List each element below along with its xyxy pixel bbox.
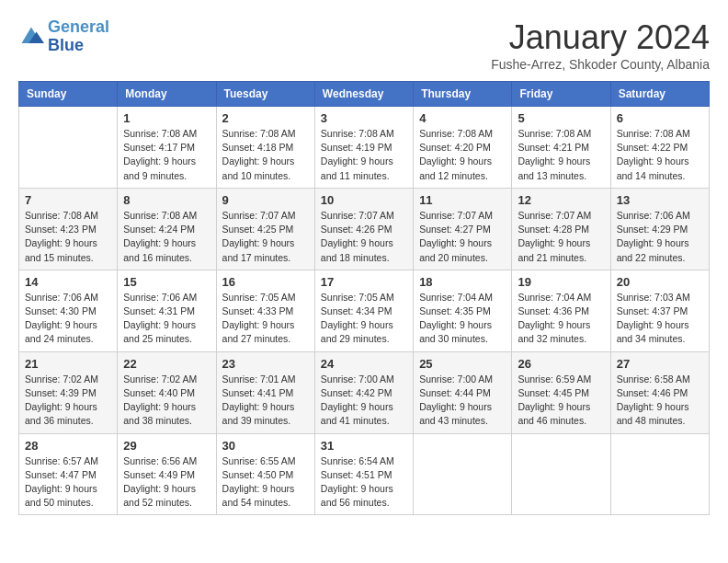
day-number: 12 <box>518 193 604 207</box>
weekday-header-saturday: Saturday <box>610 82 709 107</box>
calendar-cell: 21Sunrise: 7:02 AMSunset: 4:39 PMDayligh… <box>19 351 118 433</box>
day-info: Sunrise: 7:02 AMSunset: 4:39 PMDaylight:… <box>25 373 111 429</box>
calendar-cell <box>19 107 118 189</box>
day-info: Sunrise: 7:02 AMSunset: 4:40 PMDaylight:… <box>123 373 210 429</box>
week-row-2: 7Sunrise: 7:08 AMSunset: 4:23 PMDaylight… <box>19 188 710 270</box>
month-title: January 2024 <box>491 18 710 57</box>
calendar-cell: 25Sunrise: 7:00 AMSunset: 4:44 PMDayligh… <box>414 351 512 433</box>
day-number: 22 <box>123 357 210 371</box>
day-number: 25 <box>419 357 506 371</box>
weekday-header-sunday: Sunday <box>19 82 118 107</box>
weekday-header-wednesday: Wednesday <box>314 82 413 107</box>
day-number: 5 <box>518 111 604 125</box>
day-number: 11 <box>419 193 506 207</box>
day-number: 19 <box>518 275 604 289</box>
calendar-cell: 15Sunrise: 7:06 AMSunset: 4:31 PMDayligh… <box>118 270 216 351</box>
calendar-cell: 5Sunrise: 7:08 AMSunset: 4:21 PMDaylight… <box>512 107 610 189</box>
calendar-cell: 12Sunrise: 7:07 AMSunset: 4:28 PMDayligh… <box>512 188 610 270</box>
day-info: Sunrise: 7:08 AMSunset: 4:20 PMDaylight:… <box>419 127 506 183</box>
calendar-cell: 31Sunrise: 6:54 AMSunset: 4:51 PMDayligh… <box>314 433 413 515</box>
week-row-3: 14Sunrise: 7:06 AMSunset: 4:30 PMDayligh… <box>19 270 710 351</box>
day-info: Sunrise: 7:06 AMSunset: 4:29 PMDaylight:… <box>617 209 703 265</box>
calendar-cell: 23Sunrise: 7:01 AMSunset: 4:41 PMDayligh… <box>216 351 314 433</box>
calendar-cell: 13Sunrise: 7:06 AMSunset: 4:29 PMDayligh… <box>610 188 709 270</box>
day-number: 6 <box>617 111 703 125</box>
calendar-cell <box>610 433 709 515</box>
day-number: 2 <box>222 111 309 125</box>
day-number: 21 <box>25 357 111 371</box>
calendar-cell: 9Sunrise: 7:07 AMSunset: 4:25 PMDaylight… <box>216 188 314 270</box>
day-number: 13 <box>617 193 703 207</box>
day-number: 14 <box>25 275 111 289</box>
calendar-cell: 30Sunrise: 6:55 AMSunset: 4:50 PMDayligh… <box>216 433 314 515</box>
day-number: 18 <box>419 275 506 289</box>
day-info: Sunrise: 7:07 AMSunset: 4:26 PMDaylight:… <box>321 209 407 265</box>
day-info: Sunrise: 7:00 AMSunset: 4:42 PMDaylight:… <box>321 373 407 429</box>
day-number: 3 <box>321 111 407 125</box>
weekday-header-tuesday: Tuesday <box>216 82 314 107</box>
day-info: Sunrise: 7:07 AMSunset: 4:25 PMDaylight:… <box>222 209 309 265</box>
weekday-header-friday: Friday <box>512 82 610 107</box>
day-info: Sunrise: 6:54 AMSunset: 4:51 PMDaylight:… <box>321 454 407 511</box>
day-number: 15 <box>123 275 210 289</box>
day-info: Sunrise: 6:55 AMSunset: 4:50 PMDaylight:… <box>222 454 309 511</box>
logo-icon <box>18 24 44 50</box>
calendar-cell: 26Sunrise: 6:59 AMSunset: 4:45 PMDayligh… <box>512 351 610 433</box>
day-number: 30 <box>222 439 309 453</box>
calendar-cell: 29Sunrise: 6:56 AMSunset: 4:49 PMDayligh… <box>118 433 216 515</box>
day-info: Sunrise: 6:57 AMSunset: 4:47 PMDaylight:… <box>25 454 111 511</box>
calendar-cell: 1Sunrise: 7:08 AMSunset: 4:17 PMDaylight… <box>118 107 216 189</box>
weekday-header-thursday: Thursday <box>414 82 512 107</box>
day-number: 24 <box>321 357 407 371</box>
calendar-cell: 17Sunrise: 7:05 AMSunset: 4:34 PMDayligh… <box>314 270 413 351</box>
day-info: Sunrise: 7:01 AMSunset: 4:41 PMDaylight:… <box>222 373 309 429</box>
calendar-cell: 14Sunrise: 7:06 AMSunset: 4:30 PMDayligh… <box>19 270 118 351</box>
day-info: Sunrise: 7:03 AMSunset: 4:37 PMDaylight:… <box>617 291 703 347</box>
calendar-cell: 24Sunrise: 7:00 AMSunset: 4:42 PMDayligh… <box>314 351 413 433</box>
logo: General Blue <box>18 18 109 55</box>
week-row-5: 28Sunrise: 6:57 AMSunset: 4:47 PMDayligh… <box>19 433 710 515</box>
calendar-cell: 6Sunrise: 7:08 AMSunset: 4:22 PMDaylight… <box>610 107 709 189</box>
logo-text: General Blue <box>48 18 109 55</box>
calendar-cell: 7Sunrise: 7:08 AMSunset: 4:23 PMDaylight… <box>19 188 118 270</box>
day-info: Sunrise: 6:58 AMSunset: 4:46 PMDaylight:… <box>617 373 703 429</box>
week-row-4: 21Sunrise: 7:02 AMSunset: 4:39 PMDayligh… <box>19 351 710 433</box>
calendar-cell: 22Sunrise: 7:02 AMSunset: 4:40 PMDayligh… <box>118 351 216 433</box>
day-info: Sunrise: 7:08 AMSunset: 4:24 PMDaylight:… <box>123 209 210 265</box>
day-info: Sunrise: 7:06 AMSunset: 4:30 PMDaylight:… <box>25 291 111 347</box>
day-info: Sunrise: 7:07 AMSunset: 4:27 PMDaylight:… <box>419 209 506 265</box>
day-info: Sunrise: 7:08 AMSunset: 4:23 PMDaylight:… <box>25 209 111 265</box>
day-info: Sunrise: 7:08 AMSunset: 4:18 PMDaylight:… <box>222 127 309 183</box>
day-info: Sunrise: 7:05 AMSunset: 4:33 PMDaylight:… <box>222 291 309 347</box>
page-header: General Blue January 2024 Fushe-Arrez, S… <box>18 18 710 72</box>
calendar-cell: 3Sunrise: 7:08 AMSunset: 4:19 PMDaylight… <box>314 107 413 189</box>
calendar-cell: 16Sunrise: 7:05 AMSunset: 4:33 PMDayligh… <box>216 270 314 351</box>
day-number: 10 <box>321 193 407 207</box>
day-info: Sunrise: 7:07 AMSunset: 4:28 PMDaylight:… <box>518 209 604 265</box>
calendar-cell <box>414 433 512 515</box>
calendar-cell: 20Sunrise: 7:03 AMSunset: 4:37 PMDayligh… <box>610 270 709 351</box>
calendar-cell: 8Sunrise: 7:08 AMSunset: 4:24 PMDaylight… <box>118 188 216 270</box>
title-block: January 2024 Fushe-Arrez, Shkoder County… <box>491 18 710 72</box>
day-number: 1 <box>123 111 210 125</box>
day-number: 20 <box>617 275 703 289</box>
day-number: 28 <box>25 439 111 453</box>
day-info: Sunrise: 7:08 AMSunset: 4:22 PMDaylight:… <box>617 127 703 183</box>
day-number: 16 <box>222 275 309 289</box>
day-info: Sunrise: 7:05 AMSunset: 4:34 PMDaylight:… <box>321 291 407 347</box>
day-number: 23 <box>222 357 309 371</box>
calendar-cell: 18Sunrise: 7:04 AMSunset: 4:35 PMDayligh… <box>414 270 512 351</box>
day-info: Sunrise: 7:04 AMSunset: 4:36 PMDaylight:… <box>518 291 604 347</box>
day-info: Sunrise: 7:08 AMSunset: 4:19 PMDaylight:… <box>321 127 407 183</box>
calendar-cell: 27Sunrise: 6:58 AMSunset: 4:46 PMDayligh… <box>610 351 709 433</box>
calendar: SundayMondayTuesdayWednesdayThursdayFrid… <box>18 81 710 515</box>
week-row-1: 1Sunrise: 7:08 AMSunset: 4:17 PMDaylight… <box>19 107 710 189</box>
weekday-header-monday: Monday <box>118 82 216 107</box>
day-number: 17 <box>321 275 407 289</box>
day-number: 26 <box>518 357 604 371</box>
day-number: 8 <box>123 193 210 207</box>
location: Fushe-Arrez, Shkoder County, Albania <box>491 57 710 72</box>
calendar-cell: 11Sunrise: 7:07 AMSunset: 4:27 PMDayligh… <box>414 188 512 270</box>
day-number: 9 <box>222 193 309 207</box>
weekday-header-row: SundayMondayTuesdayWednesdayThursdayFrid… <box>19 82 710 107</box>
